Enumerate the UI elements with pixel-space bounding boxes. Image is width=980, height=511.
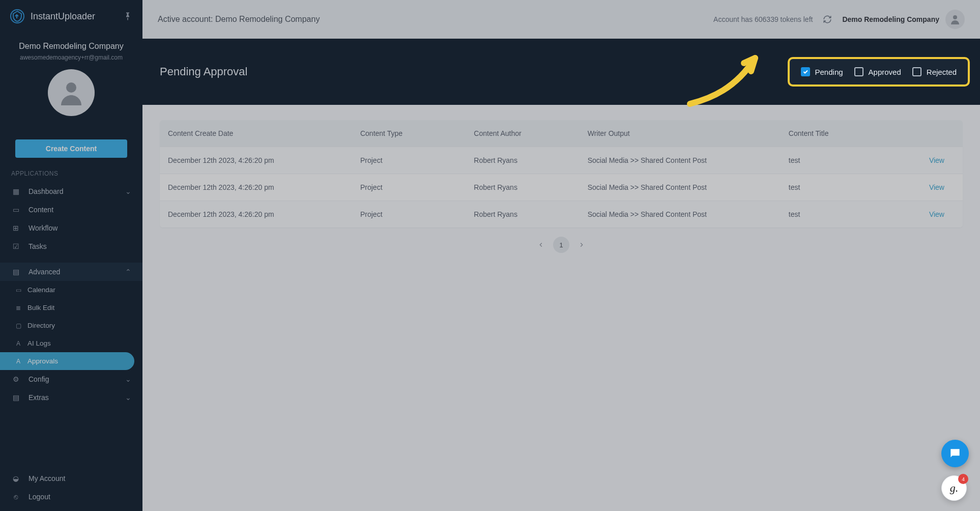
sidebar-item-config[interactable]: ⚙ Config ⌄ (0, 370, 142, 388)
col-writer: Writer Output (588, 129, 789, 137)
sidebar-item-advanced[interactable]: ▤ Advanced ⌃ (0, 263, 142, 281)
company-name: Demo Remodeling Company (842, 15, 939, 23)
filter-label: Approved (869, 68, 901, 76)
checkbox-icon (912, 67, 921, 76)
hero: Pending Approval Pending Approved Reject… (142, 39, 980, 105)
table-row: December 12th 2023, 4:26:20 pm Project R… (160, 147, 963, 174)
nav-bottom: ◒ My Account ⎋ Logout (0, 469, 142, 506)
grid-icon: ▦ (11, 187, 20, 195)
gear-icon: ⚙ (11, 375, 20, 383)
sidebar-item-logout[interactable]: ⎋ Logout (0, 488, 142, 506)
sidebar-item-label: Calendar (27, 286, 131, 294)
account-email: awesomedemoagency+rr@gmail.com (8, 54, 134, 61)
cell-author: Robert Ryans (474, 156, 587, 164)
col-type: Content Type (360, 129, 474, 137)
approval-icon: A (14, 358, 22, 365)
account-block: Demo Remodeling Company awesomedemoagenc… (0, 33, 142, 128)
document-icon: ▭ (11, 206, 20, 214)
sidebar-item-label: Content (28, 206, 131, 214)
view-link[interactable]: View (893, 183, 955, 191)
pager-prev[interactable] (533, 237, 549, 253)
sidebar-item-label: Advanced (28, 268, 117, 276)
cell-title: test (789, 156, 893, 164)
pin-button[interactable] (123, 12, 132, 21)
apps-icon: ▤ (11, 268, 20, 276)
table-icon: ⊞ (11, 224, 20, 232)
sidebar-item-calendar[interactable]: ▭ Calendar (0, 281, 142, 299)
sidebar-item-label: Directory (27, 322, 131, 329)
font-icon: A (14, 340, 22, 347)
sidebar-item-my-account[interactable]: ◒ My Account (0, 469, 142, 488)
pager-page-1[interactable]: 1 (553, 237, 569, 253)
sidebar-item-directory[interactable]: ▢ Directory (0, 317, 142, 334)
sidebar-item-label: Logout (28, 493, 131, 501)
sidebar-item-ai-logs[interactable]: A AI Logs (0, 334, 142, 352)
view-link[interactable]: View (893, 156, 955, 164)
cell-writer: Social Media >> Shared Content Post (588, 183, 789, 191)
chat-fab[interactable] (941, 440, 969, 467)
sidebar-item-label: AI Logs (27, 339, 131, 347)
filter-label: Rejected (927, 68, 957, 76)
table-row: December 12th 2023, 4:26:20 pm Project R… (160, 174, 963, 201)
grammarly-label: g. (950, 481, 959, 495)
cell-writer: Social Media >> Shared Content Post (588, 156, 789, 164)
calendar-icon: ▭ (14, 287, 22, 294)
sidebar-item-extras[interactable]: ▤ Extras ⌄ (0, 388, 142, 407)
sidebar-top: InstantUploader (0, 0, 142, 33)
avatar-icon (945, 10, 965, 29)
sidebar-item-bulk-edit[interactable]: ≣ Bulk Edit (0, 299, 142, 317)
list-icon: ≣ (14, 304, 22, 311)
cell-date: December 12th 2023, 4:26:20 pm (168, 183, 360, 191)
cell-date: December 12th 2023, 4:26:20 pm (168, 156, 360, 164)
sidebar-item-label: Approvals (27, 357, 123, 365)
filter-approved[interactable]: Approved (854, 67, 901, 76)
sidebar-item-label: My Account (28, 474, 131, 482)
sidebar-item-label: Config (28, 375, 117, 383)
nav-main: ▦ Dashboard ⌄ ▭ Content ⊞ Workflow ☑ Tas… (0, 182, 142, 256)
table-header: Content Create Date Content Type Content… (160, 120, 963, 147)
status-filter-group: Pending Approved Rejected (788, 57, 970, 87)
company-menu[interactable]: Demo Remodeling Company (842, 10, 965, 29)
chevron-down-icon: ⌄ (125, 375, 131, 383)
user-icon: ◒ (11, 474, 20, 482)
create-content-button[interactable]: Create Content (15, 139, 127, 158)
col-author: Content Author (474, 129, 587, 137)
sidebar-item-approvals[interactable]: A Approvals (0, 352, 134, 370)
cell-type: Project (360, 183, 474, 191)
sidebar-item-label: Dashboard (28, 187, 117, 195)
avatar[interactable] (48, 69, 95, 116)
table-row: December 12th 2023, 4:26:20 pm Project R… (160, 201, 963, 228)
pager-next[interactable] (573, 237, 590, 253)
sidebar-item-workflow[interactable]: ⊞ Workflow (0, 219, 142, 237)
view-link[interactable]: View (893, 210, 955, 218)
sidebar-item-tasks[interactable]: ☑ Tasks (0, 237, 142, 256)
brand[interactable]: InstantUploader (10, 9, 95, 23)
main: Active account: Demo Remodeling Company … (142, 0, 980, 511)
pager: 1 (160, 237, 963, 253)
active-account-text: Active account: Demo Remodeling Company (158, 15, 320, 24)
cell-author: Robert Ryans (474, 210, 587, 218)
svg-point-0 (66, 82, 76, 93)
chevron-down-icon: ⌄ (125, 187, 131, 195)
nav-advanced: ▤ Advanced ⌃ ▭ Calendar ≣ Bulk Edit ▢ Di… (0, 263, 142, 407)
cell-writer: Social Media >> Shared Content Post (588, 210, 789, 218)
section-applications: APPLICATIONS (0, 158, 142, 182)
content-area: Content Create Date Content Type Content… (142, 105, 980, 268)
grammarly-fab[interactable]: g. 4 (941, 475, 967, 501)
refresh-button[interactable] (823, 15, 832, 24)
cell-author: Robert Ryans (474, 183, 587, 191)
filter-rejected[interactable]: Rejected (912, 67, 957, 76)
account-company: Demo Remodeling Company (8, 42, 134, 51)
folder-icon: ▢ (14, 322, 22, 329)
filter-pending[interactable]: Pending (801, 67, 843, 76)
cell-title: test (789, 210, 893, 218)
arrow-annotation-icon (680, 43, 782, 109)
check-icon: ☑ (11, 242, 20, 250)
sidebar-item-content[interactable]: ▭ Content (0, 201, 142, 219)
sidebar-item-dashboard[interactable]: ▦ Dashboard ⌄ (0, 182, 142, 201)
sidebar-item-label: Extras (28, 393, 117, 402)
svg-point-1 (953, 15, 957, 19)
checkbox-checked-icon (801, 67, 810, 76)
sidebar-item-label: Bulk Edit (27, 304, 131, 311)
chevron-up-icon: ⌃ (125, 268, 131, 276)
